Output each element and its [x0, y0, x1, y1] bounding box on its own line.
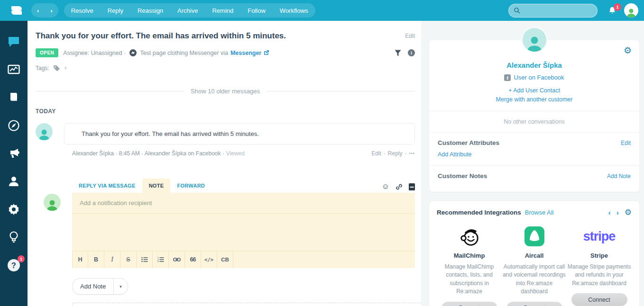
bullet-list-button[interactable]	[137, 251, 153, 268]
sidebar-item-articles[interactable]	[6, 90, 21, 105]
sidebar-item-customers[interactable]	[6, 174, 21, 189]
chat-icon	[8, 36, 20, 47]
emoji-icon[interactable]: ☺	[382, 183, 389, 190]
follow-button[interactable]: Follow	[240, 3, 273, 18]
insert-link-icon[interactable]	[396, 183, 403, 190]
customer-source-link[interactable]: f User on Facebook	[429, 74, 639, 81]
chart-icon	[8, 64, 20, 75]
info-icon[interactable]: i	[408, 49, 415, 56]
sidebar-item-settings[interactable]	[6, 202, 21, 217]
reply-button[interactable]: Reply	[101, 3, 130, 18]
attributes-edit-link[interactable]: Edit	[621, 140, 631, 146]
notification-recipient-input[interactable]: Add a notification recipient	[72, 193, 415, 214]
sidebar-item-ideas[interactable]	[6, 230, 21, 245]
integration-description: Manage Stripe payments and refunds in yo…	[567, 263, 632, 288]
search-bar[interactable]	[508, 4, 598, 18]
message-row: Thank you for your effort. The email has…	[36, 123, 415, 144]
note-textarea[interactable]	[72, 214, 415, 251]
customer-avatar	[36, 123, 53, 140]
customer-name: Alexander Šípka	[429, 61, 639, 69]
book-icon	[8, 92, 19, 103]
notifications-button[interactable]: 1	[608, 6, 616, 15]
note-editor: Add a notification recipient H B I S 123…	[72, 193, 415, 268]
tab-reply-via-message[interactable]: REPLY VIA MESSAGE	[72, 179, 142, 193]
integrations-gear-icon[interactable]: ⚙	[625, 208, 632, 216]
add-note-button[interactable]: Add Note	[73, 279, 113, 294]
message-edit-link[interactable]: Edit	[371, 150, 381, 157]
channel-link[interactable]: Messenger	[230, 50, 261, 56]
resolve-button[interactable]: Resolve	[64, 3, 101, 18]
message-reply-link[interactable]: Reply	[388, 150, 403, 157]
connect-aircall-button[interactable]: Connect	[506, 302, 562, 306]
person-icon	[8, 176, 19, 187]
composer: REPLY VIA MESSAGE NOTE FORWARD ☺ Add a n…	[72, 179, 415, 268]
integration-description: Manage MailChimp contacts, lists, and su…	[437, 263, 502, 296]
message-bubble: Thank you for your effort. The email has…	[64, 123, 415, 144]
sidebar-item-conversations[interactable]	[6, 34, 21, 49]
external-link-icon[interactable]	[264, 50, 269, 55]
add-user-contact-link[interactable]: + Add User Contact	[429, 87, 639, 94]
message-more-button[interactable]: •••	[409, 151, 415, 156]
show-older-messages-link[interactable]: Show 10 older messages	[191, 88, 260, 95]
quote-button[interactable]: 66	[185, 251, 201, 268]
bold-button[interactable]: B	[88, 251, 104, 268]
tab-note[interactable]: NOTE	[142, 179, 171, 193]
add-attribute-link[interactable]: Add Attribute	[429, 146, 639, 165]
sidebar-item-browse[interactable]	[6, 118, 21, 133]
person-icon	[525, 35, 543, 52]
heading-button[interactable]: H	[72, 251, 88, 268]
mailchimp-logo-icon	[459, 225, 480, 248]
sidebar-item-reports[interactable]	[6, 62, 21, 77]
edit-title-link[interactable]: Edit	[405, 31, 415, 39]
strikethrough-button[interactable]: S	[120, 251, 137, 268]
integration-stripe: stripe Stripe Manage Stripe payments and…	[567, 225, 632, 306]
browse-all-link[interactable]: Browse All	[525, 209, 554, 216]
workflows-button[interactable]: Workflows	[273, 3, 315, 18]
reassign-button[interactable]: Reassign	[130, 3, 170, 18]
gear-icon	[8, 203, 20, 216]
account-avatar[interactable]	[624, 3, 638, 18]
add-note-link[interactable]: Add Note	[607, 173, 631, 180]
compass-icon	[8, 119, 20, 132]
tag-icon[interactable]	[53, 65, 60, 72]
sidebar-item-help[interactable]: ? 1	[6, 258, 21, 273]
message-meta: Alexander Šípka · 8:45 AM · Alexander Ší…	[72, 150, 224, 157]
search-input[interactable]	[520, 7, 592, 14]
sidebar-item-campaigns[interactable]	[6, 146, 21, 161]
svg-text:?: ?	[11, 261, 16, 270]
integrations-next-button[interactable]: ›	[616, 209, 619, 216]
merge-customer-link[interactable]: Merge with another customer	[429, 96, 639, 103]
integrations-title: Recommended Integrations	[437, 209, 521, 216]
link-button[interactable]	[169, 251, 185, 268]
integrations-prev-button[interactable]: ‹	[608, 209, 611, 216]
back-button[interactable]: ‹	[31, 3, 45, 18]
code-button[interactable]: </>	[201, 251, 217, 268]
link-icon	[173, 257, 181, 262]
reamaze-logo-icon[interactable]	[9, 4, 25, 17]
conversation-title: Thank you for your effort. The email has…	[36, 31, 286, 41]
customer-source-label: User on Facebook	[514, 74, 564, 81]
italic-button[interactable]: I	[104, 251, 120, 268]
archive-button[interactable]: Archive	[170, 3, 205, 18]
numbered-list-icon: 123	[157, 257, 164, 262]
customer-settings-gear-icon[interactable]: ⚙	[624, 46, 632, 55]
forward-button[interactable]: ›	[45, 3, 58, 18]
add-tag-button[interactable]: +	[64, 65, 67, 72]
older-messages-divider: Show 10 older messages	[36, 88, 415, 95]
numbered-list-button[interactable]: 123	[153, 251, 169, 268]
integration-description: Automatically import call and voicemail …	[502, 263, 567, 296]
connect-mailchimp-button[interactable]: Connect	[442, 302, 497, 306]
topbar: ‹ › Resolve Reply Reassign Archive Remin…	[0, 0, 644, 21]
conversation-pane: Thank you for your effort. The email has…	[28, 21, 421, 306]
attachment-dropzone[interactable]: To attach a file, click here or drag and…	[72, 303, 423, 306]
assignee-label: Assignee: Unassigned ·	[63, 50, 126, 56]
filter-icon[interactable]	[395, 50, 401, 56]
stripe-logo-icon: stripe	[583, 229, 616, 244]
add-note-dropdown-button[interactable]: ▾	[114, 279, 128, 294]
remind-button[interactable]: Remind	[205, 3, 240, 18]
codeblock-button[interactable]: CB	[217, 251, 233, 268]
connect-stripe-button[interactable]: Connect	[571, 293, 627, 306]
agent-avatar	[44, 194, 61, 211]
canned-responses-icon[interactable]	[409, 183, 415, 190]
tab-forward[interactable]: FORWARD	[170, 179, 212, 193]
